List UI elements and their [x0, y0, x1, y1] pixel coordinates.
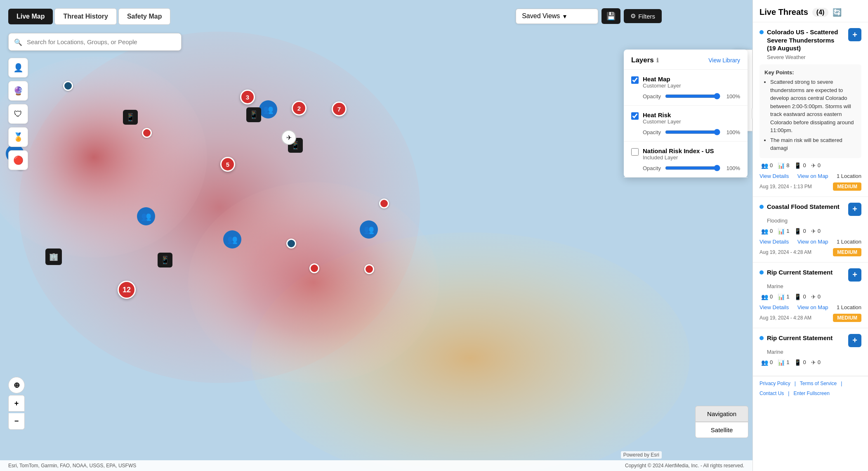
plane-icon-3: ✈: [811, 293, 816, 300]
save-view-button[interactable]: 💾: [601, 8, 620, 24]
map-marker-dot-dark[interactable]: [63, 81, 73, 91]
map-marker-cluster-2[interactable]: 2: [292, 101, 307, 116]
map-marker-people-5[interactable]: 👥: [360, 220, 378, 239]
threat-subtitle-2: Flooding: [760, 218, 861, 224]
map-marker-dot-3[interactable]: [379, 199, 389, 208]
sidebar-icon-groups[interactable]: 🔮: [8, 81, 28, 101]
threat-card-1-header: Colorado US - Scattered Severe Thunderst…: [760, 28, 861, 52]
map-marker-cluster-3[interactable]: 3: [240, 90, 255, 104]
footer-sep-3: |: [788, 391, 789, 396]
view-details-3[interactable]: View Details: [760, 304, 789, 310]
stats-row-4: 👥 0 📊 1 📱 0 ✈ 0: [760, 359, 861, 366]
stat-1-plane: ✈ 0: [811, 162, 821, 169]
location-2: 1 Location: [837, 239, 861, 245]
stat-2-phone-value: 0: [803, 228, 806, 234]
threat-add-btn-2[interactable]: +: [848, 203, 861, 216]
people-icon-4: 👥: [761, 359, 768, 366]
satellite-toggle[interactable]: Satellite: [695, 422, 748, 438]
stat-2-people: 👥 0: [761, 228, 773, 234]
privacy-policy-link[interactable]: Privacy Policy: [760, 381, 790, 386]
map-marker-people-1[interactable]: 👥: [259, 100, 277, 118]
chart-icon-2: 📊: [778, 228, 785, 234]
contact-link[interactable]: Contact Us: [760, 391, 784, 396]
search-icon: 🔍: [14, 38, 22, 46]
layer-heat-map-checkbox[interactable]: [631, 76, 639, 84]
view-on-map-3[interactable]: View on Map: [797, 304, 828, 310]
map-marker-dot-1[interactable]: [142, 128, 152, 138]
terms-link[interactable]: Terms of Service: [800, 381, 837, 386]
opacity-slider-3[interactable]: [665, 165, 720, 171]
map-marker-plane[interactable]: ✈: [281, 130, 296, 145]
view-details-1[interactable]: View Details: [760, 173, 789, 179]
sidebar-icon-badge[interactable]: 🏅: [8, 127, 28, 147]
map-marker-cluster-7[interactable]: 7: [332, 102, 347, 116]
date-2: Aug 19, 2024 - 4:28 AM: [760, 249, 811, 255]
map-marker-phone-1[interactable]: 📱: [246, 107, 261, 122]
map-marker-dot-4[interactable]: [309, 263, 319, 273]
map-marker-dot-dark-2[interactable]: [286, 239, 296, 249]
map-attribution: Esri, TomTom, Garmin, FAO, NOAA, USGS, E…: [8, 463, 136, 469]
opacity-slider-1[interactable]: [665, 93, 720, 99]
layers-panel-collapse[interactable]: ▶: [752, 107, 752, 120]
threat-card-3-header: Rip Current Statement +: [760, 268, 861, 282]
view-details-2[interactable]: View Details: [760, 239, 789, 245]
nav-safety-map[interactable]: Safety Map: [118, 8, 170, 25]
filters-button[interactable]: ⚙ Filters: [624, 9, 662, 23]
map-area: 3 👥 📱 2 7 5 12: [0, 0, 752, 471]
navigation-toggle[interactable]: Navigation: [695, 406, 748, 422]
phone-icon-4: 📱: [794, 359, 801, 366]
saved-views-dropdown[interactable]: Saved Views ▾: [516, 9, 598, 24]
sidebar-icon-shield[interactable]: 🛡: [8, 104, 28, 124]
nav-live-map[interactable]: Live Map: [8, 9, 53, 24]
locate-button[interactable]: ⊕: [8, 377, 25, 393]
threat-card-4: Rip Current Statement + Marine 👥 0 📊 1 📱…: [753, 328, 868, 376]
opacity-value-3: 100%: [724, 165, 740, 171]
map-marker-dot-5[interactable]: [364, 264, 374, 274]
threat-add-btn-4[interactable]: +: [848, 334, 861, 347]
map-marker-phone-4[interactable]: 📱: [158, 253, 172, 267]
date-3: Aug 19, 2024 - 4:28 AM: [760, 315, 811, 321]
threat-dot-4: [760, 336, 764, 340]
zoom-out-button[interactable]: −: [8, 413, 25, 430]
fullscreen-link[interactable]: Enter Fullscreen: [793, 391, 829, 396]
search-input[interactable]: [8, 33, 182, 51]
nav-threat-history[interactable]: Threat History: [54, 8, 116, 25]
layer-national-risk-name: National Risk Index - US: [643, 147, 714, 154]
saved-views-label: Saved Views: [522, 12, 560, 20]
map-marker-phone-2[interactable]: 📱: [123, 110, 138, 125]
opacity-label-1: Opacity: [643, 93, 661, 99]
layers-info-icon[interactable]: ℹ: [656, 57, 658, 64]
map-marker-people-4[interactable]: 👥: [223, 230, 241, 249]
powered-by: Powered by Esri: [621, 451, 662, 459]
map-marker-cluster-12[interactable]: 12: [118, 281, 136, 299]
stat-4-chart-value: 1: [786, 359, 789, 365]
stat-3-chart: 📊 1: [778, 293, 789, 300]
threat-add-btn-1[interactable]: +: [848, 28, 861, 41]
sidebar-icon-dot[interactable]: 🔴: [8, 150, 28, 170]
app-container: 3 👥 📱 2 7 5 12: [0, 0, 868, 471]
location-1: 1 Location: [837, 173, 861, 179]
phone-icon-2: 📱: [794, 228, 801, 234]
map-copyright: Copyright © 2024 AlertMedia, Inc. - All …: [625, 463, 744, 469]
threat-add-btn-3[interactable]: +: [848, 268, 861, 282]
map-marker-cluster-5[interactable]: 5: [220, 157, 235, 172]
layer-national-risk-checkbox[interactable]: [631, 148, 639, 156]
stat-3-plane: ✈ 0: [811, 293, 821, 300]
layer-heat-risk-checkbox[interactable]: [631, 112, 639, 120]
layers-header: Layers ℹ View Library: [624, 50, 748, 70]
right-panel: Live Threats (4) 🔄 Colorado US - Scatter…: [752, 0, 868, 471]
view-library-link[interactable]: View Library: [708, 57, 740, 64]
view-on-map-1[interactable]: View on Map: [797, 173, 828, 179]
stat-1-chart-value: 8: [786, 162, 789, 168]
map-marker-facility[interactable]: 🏢: [45, 249, 62, 265]
threat-title-2: Coastal Flood Statement: [767, 203, 845, 211]
map-marker-people-3[interactable]: 👥: [137, 207, 155, 225]
view-on-map-2[interactable]: View on Map: [797, 239, 828, 245]
sidebar-icon-people[interactable]: 👤: [8, 58, 28, 78]
opacity-slider-2[interactable]: [665, 129, 720, 135]
zoom-in-button[interactable]: +: [8, 395, 25, 412]
refresh-icon[interactable]: 🔄: [833, 8, 842, 17]
stat-2-phone: 📱 0: [794, 228, 806, 234]
date-row-2: Aug 19, 2024 - 4:28 AM MEDIUM: [760, 248, 861, 256]
action-row-2: View Details View on Map 1 Location: [760, 239, 861, 245]
